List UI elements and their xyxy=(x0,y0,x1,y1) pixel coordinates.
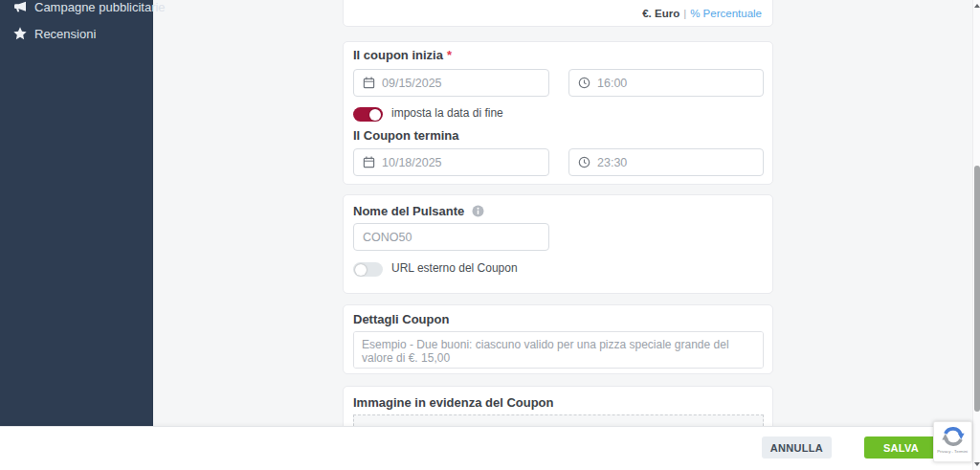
sidebar: Campagne pubblicitarie Recensioni xyxy=(0,0,153,426)
coupon-details-textarea[interactable] xyxy=(353,331,764,369)
coupon-details-card: Dettagli Coupon xyxy=(343,304,773,374)
coupon-form: €. Euro|% Percentuale Il coupon inizia* xyxy=(343,0,773,470)
scrollbar-thumb[interactable] xyxy=(974,166,980,412)
button-name-card: Nome del Pulsante URL esterno del Coupon xyxy=(343,194,773,294)
coupon-start-label: Il coupon inizia xyxy=(353,48,443,62)
recaptcha-badge[interactable]: Privacy - Termini xyxy=(933,421,972,462)
coupon-details-heading: Dettagli Coupon xyxy=(353,312,449,326)
currency-separator: | xyxy=(683,8,686,19)
button-name-field[interactable] xyxy=(353,223,549,251)
clock-icon xyxy=(578,156,590,168)
megaphone-icon xyxy=(12,0,28,14)
schedule-card: Il coupon inizia* xyxy=(343,41,773,185)
vertical-scrollbar[interactable] xyxy=(972,0,980,470)
recaptcha-icon xyxy=(942,425,965,448)
coupon-editor-screen: Campagne pubblicitarie Recensioni €. Eur… xyxy=(0,0,980,470)
external-url-toggle-label: URL esterno del Coupon xyxy=(391,261,518,275)
end-date-field[interactable] xyxy=(353,148,549,176)
end-date-toggle[interactable] xyxy=(353,107,383,122)
end-date-input[interactable] xyxy=(382,156,548,169)
calendar-icon xyxy=(363,77,375,89)
sidebar-item-label: Campagne pubblicitarie xyxy=(34,0,166,14)
start-time-input[interactable] xyxy=(597,77,763,90)
button-name-input[interactable] xyxy=(363,231,548,244)
featured-image-heading: Immagine in evidenza del Coupon xyxy=(353,395,553,410)
start-time-field[interactable] xyxy=(568,69,764,97)
start-date-input[interactable] xyxy=(382,77,548,90)
currency-euro-option[interactable]: €. Euro xyxy=(642,8,679,19)
save-button[interactable]: SALVA xyxy=(864,436,938,459)
toggle-knob xyxy=(369,109,381,121)
sidebar-item-recensioni[interactable]: Recensioni xyxy=(0,20,153,47)
required-asterisk: * xyxy=(447,48,452,62)
coupon-start-heading: Il coupon inizia* xyxy=(353,48,452,62)
scroll-down-arrow-icon[interactable] xyxy=(974,462,980,466)
cancel-button[interactable]: ANNULLA xyxy=(762,436,832,459)
end-time-field[interactable] xyxy=(568,148,764,176)
end-date-toggle-label: imposta la data di fine xyxy=(391,106,503,120)
currency-switch: €. Euro|% Percentuale xyxy=(642,8,762,19)
sidebar-item-campagne-pubblicitarie[interactable]: Campagne pubblicitarie xyxy=(0,0,153,20)
currency-percent-option[interactable]: % Percentuale xyxy=(690,8,762,19)
coupon-end-heading: Il Coupon termina xyxy=(353,128,459,143)
calendar-icon xyxy=(363,156,375,168)
start-date-field[interactable] xyxy=(353,69,549,97)
scroll-up-arrow-icon[interactable] xyxy=(974,4,980,8)
info-icon[interactable] xyxy=(472,205,484,217)
footer-action-bar: ANNULLA SALVA xyxy=(0,426,972,470)
button-name-label: Nome del Pulsante xyxy=(353,204,464,218)
clock-icon xyxy=(578,77,590,89)
external-url-toggle[interactable] xyxy=(353,262,383,277)
end-time-input[interactable] xyxy=(597,156,763,169)
toggle-knob xyxy=(355,264,367,276)
recaptcha-terms-label[interactable]: Privacy - Termini xyxy=(938,449,969,453)
star-icon xyxy=(12,26,28,41)
sidebar-item-label: Recensioni xyxy=(34,27,96,41)
button-name-heading: Nome del Pulsante xyxy=(353,204,484,218)
currency-card: €. Euro|% Percentuale xyxy=(343,0,773,27)
